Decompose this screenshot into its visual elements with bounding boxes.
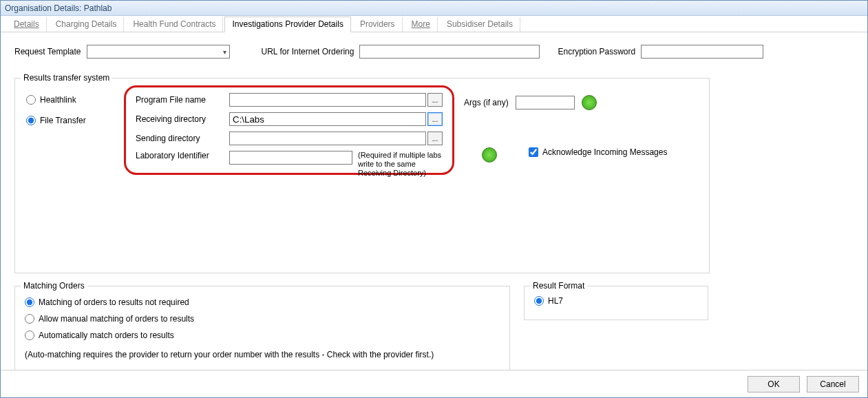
ack-checkbox-row[interactable]: Acknowledge Incoming Messages — [529, 147, 667, 157]
url-ordering-label: URL for Internet Ordering — [262, 47, 354, 56]
radio-hl7-input[interactable] — [534, 296, 544, 306]
tab-more[interactable]: More — [404, 17, 438, 32]
radio-matching-not-required[interactable]: Matching of orders to results not requir… — [25, 297, 500, 307]
lab-identifier-input[interactable] — [229, 151, 352, 165]
receiving-directory-label: Receiving directory — [136, 114, 229, 124]
request-template-combo[interactable]: ▾ — [87, 45, 230, 59]
ack-checkbox[interactable] — [529, 147, 538, 157]
top-row: Request Template ▾ URL for Internet Orde… — [14, 45, 854, 59]
dialog-footer: OK Cancel — [1, 370, 867, 397]
program-file-input[interactable] — [229, 93, 426, 107]
radio-file-transfer-input[interactable] — [26, 116, 36, 125]
lab-identifier-label: Laboratory Identifier — [136, 151, 229, 160]
tab-investigations-provider-details[interactable]: Investigations Provider Details — [224, 17, 350, 32]
radio-healthlink-input[interactable] — [26, 95, 36, 105]
args-area: Args (if any) — [464, 95, 597, 110]
radio-allow-manual-matching-input[interactable] — [25, 314, 34, 324]
program-file-browse-button[interactable]: ... — [427, 93, 443, 107]
radio-healthlink[interactable]: Healthlink — [26, 95, 86, 105]
radio-auto-match[interactable]: Automatically match orders to results — [25, 331, 500, 340]
cancel-button[interactable]: Cancel — [807, 376, 859, 392]
transfer-mode-group: Healthlink File Transfer — [26, 95, 86, 125]
ack-info-icon[interactable] — [482, 147, 497, 163]
args-input[interactable] — [516, 96, 575, 109]
encryption-password-label: Encryption Password — [558, 47, 635, 56]
matching-orders-fieldset: Matching Orders Matching of orders to re… — [14, 286, 510, 371]
radio-matching-not-required-input[interactable] — [25, 297, 34, 307]
chevron-down-icon: ▾ — [223, 48, 226, 56]
tab-charging-details[interactable]: Charging Details — [48, 17, 125, 32]
result-format-fieldset: Result Format HL7 — [524, 286, 708, 320]
matching-orders-legend: Matching Orders — [21, 281, 87, 291]
program-file-label: Program File name — [136, 95, 229, 105]
ok-button[interactable]: OK — [748, 376, 800, 392]
url-ordering-input[interactable] — [359, 45, 540, 59]
results-transfer-fieldset: Results transfer system Healthlink File … — [14, 78, 710, 273]
radio-allow-manual-matching[interactable]: Allow manual matching of orders to resul… — [25, 314, 500, 324]
receiving-directory-browse-button[interactable]: ... — [427, 112, 443, 126]
args-info-icon[interactable] — [582, 95, 597, 110]
radio-file-transfer[interactable]: File Transfer — [26, 116, 86, 125]
args-label: Args (if any) — [464, 98, 509, 107]
tab-subsidiser-details[interactable]: Subsidiser Details — [439, 17, 520, 32]
tab-details[interactable]: Details — [6, 17, 47, 32]
tab-providers[interactable]: Providers — [352, 17, 403, 32]
content-area: Request Template ▾ URL for Internet Orde… — [1, 34, 867, 368]
sending-directory-browse-button[interactable]: ... — [427, 132, 443, 145]
result-format-legend: Result Format — [530, 281, 587, 291]
window-titlebar: Organisation Details: Pathlab — [1, 1, 867, 16]
sending-directory-label: Sending directory — [136, 134, 229, 143]
window-title: Organisation Details: Pathlab — [5, 3, 112, 13]
matching-note: (Auto-matching requires the provider to … — [25, 350, 500, 359]
file-transfer-highlight: Program File name ... Receiving director… — [124, 85, 454, 175]
radio-hl7[interactable]: HL7 — [534, 296, 563, 306]
sending-directory-input[interactable] — [229, 132, 426, 145]
lab-identifier-note: (Required if multiple labs write to the … — [358, 151, 443, 178]
receiving-directory-input[interactable] — [229, 112, 426, 126]
results-transfer-legend: Results transfer system — [21, 73, 112, 83]
encryption-password-input[interactable] — [641, 45, 763, 59]
tab-health-fund-contracts[interactable]: Health Fund Contracts — [125, 17, 223, 32]
radio-auto-match-input[interactable] — [25, 331, 34, 340]
tab-strip: Details Charging Details Health Fund Con… — [1, 16, 867, 32]
request-template-label: Request Template — [14, 47, 81, 56]
